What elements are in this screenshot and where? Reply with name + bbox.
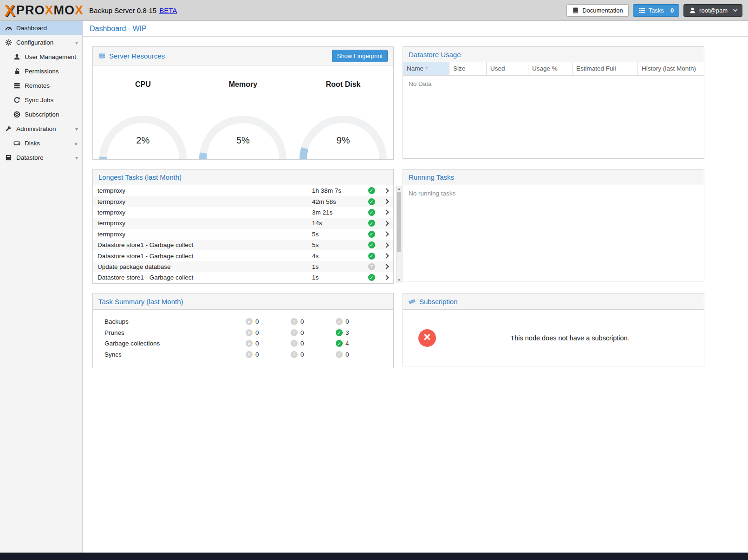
column-header-usage[interactable]: Usage %: [528, 62, 572, 75]
proxmox-logo: X PROXMOX: [5, 3, 84, 18]
task-status: ✓: [363, 209, 380, 216]
sidebar-item-label: Permissions: [25, 68, 59, 75]
scrollbar-thumb[interactable]: [397, 192, 401, 252]
user-icon: [13, 53, 21, 60]
column-header-name[interactable]: Name↑: [403, 62, 449, 75]
open-task-button[interactable]: [380, 254, 393, 258]
summary-error-count: 0: [255, 329, 259, 336]
show-fingerprint-button[interactable]: Show Fingerprint: [332, 50, 388, 62]
summary-ok-cell: ✓0: [336, 351, 381, 358]
open-task-button[interactable]: [380, 265, 393, 268]
status-ok-icon: ✓: [368, 198, 375, 205]
task-row[interactable]: termproxy42m 58s✓: [93, 196, 393, 207]
task-name: termproxy: [93, 209, 312, 216]
summary-warning-cell: !0: [291, 340, 336, 347]
summary-ok-count: 0: [345, 351, 349, 358]
sidebar-item-permissions[interactable]: Permissions: [0, 64, 82, 78]
task-summary-title: Task Summary (last Month): [98, 298, 183, 306]
open-task-button[interactable]: [380, 243, 393, 247]
status-ok-icon: ✓: [368, 220, 375, 227]
task-duration: 4s: [312, 253, 363, 260]
sidebar: DashboardConfiguration▾User ManagementPe…: [0, 21, 83, 553]
tasks-scrollbar[interactable]: ▲ ▼: [396, 186, 402, 283]
documentation-button-label: Documentation: [582, 7, 623, 14]
summary-label: Syncs: [93, 351, 246, 358]
sidebar-item-label: Administration: [16, 125, 56, 132]
task-row[interactable]: Datastore store1 - Garbage collect5s✓: [93, 240, 393, 250]
running-tasks-title: Running Tasks: [409, 173, 454, 181]
user-menu-button[interactable]: root@pam: [683, 4, 742, 17]
open-task-button[interactable]: [380, 189, 393, 193]
open-task-button[interactable]: [380, 232, 393, 236]
sidebar-item-user-management[interactable]: User Management: [0, 50, 82, 64]
summary-warning-count: 0: [300, 318, 304, 325]
task-name: termproxy: [93, 198, 312, 205]
sidebar-item-label: Datastore: [16, 154, 44, 161]
tasks-count-badge: 0: [670, 7, 674, 14]
column-header-label: Size: [453, 65, 465, 72]
open-task-button[interactable]: [380, 221, 393, 225]
task-row[interactable]: termproxy3m 21s✓: [93, 207, 393, 218]
subscription-panel: Subscription × This node does not have a…: [403, 293, 704, 366]
beta-link[interactable]: BETA: [159, 7, 177, 14]
datastore-usage-title: Datastore Usage: [409, 51, 461, 59]
column-header-label: History (last Month): [642, 65, 696, 72]
gauge-label: CPU: [135, 80, 151, 89]
open-task-button[interactable]: [380, 200, 393, 203]
sync-icon: [13, 97, 21, 104]
tasks-button[interactable]: Tasks 0: [633, 4, 679, 17]
sidebar-item-administration[interactable]: Administration▾: [0, 122, 82, 136]
remotes-icon: [13, 82, 21, 89]
status-ok-icon: ✓: [368, 274, 375, 281]
task-row[interactable]: Update package database1s?: [93, 261, 393, 272]
scrollbar-down-icon[interactable]: ▼: [397, 278, 402, 283]
sidebar-item-remotes[interactable]: Remotes: [0, 78, 82, 93]
sidebar-item-dashboard[interactable]: Dashboard: [0, 21, 82, 35]
task-status: ✓: [363, 220, 380, 227]
column-header-used[interactable]: Used: [487, 62, 528, 75]
column-header-history-last-month[interactable]: History (last Month): [638, 62, 704, 75]
scrollbar-up-icon[interactable]: ▲: [397, 186, 402, 191]
task-duration: 1h 38m 7s: [312, 187, 363, 194]
summary-label: Prunes: [93, 329, 246, 336]
status-warning-icon: !: [291, 329, 298, 336]
sidebar-item-subscription[interactable]: Subscription: [0, 107, 82, 122]
column-header-estimated-full[interactable]: Estimated Full: [572, 62, 638, 75]
sidebar-item-configuration[interactable]: Configuration▾: [0, 35, 82, 50]
sidebar-item-label: Sync Jobs: [25, 97, 53, 104]
sidebar-item-label: Disks: [25, 140, 40, 147]
sidebar-item-datastore[interactable]: Datastore▾: [0, 150, 82, 165]
task-status: ?: [363, 263, 380, 270]
task-row[interactable]: termproxy1h 38m 7s✓: [93, 185, 393, 196]
open-task-button[interactable]: [380, 210, 393, 214]
column-header-size[interactable]: Size: [449, 62, 487, 75]
sidebar-item-sync-jobs[interactable]: Sync Jobs: [0, 93, 82, 107]
column-header-label: Used: [490, 65, 505, 72]
open-task-button[interactable]: [380, 276, 393, 280]
summary-row-backups: Backups×0!0✓0: [93, 316, 393, 327]
task-row[interactable]: termproxy14s✓: [93, 218, 393, 228]
tasks-button-label: Tasks: [649, 7, 664, 14]
task-status: ✓: [363, 241, 380, 248]
sidebar-item-label: Dashboard: [16, 25, 47, 32]
gauge-cpu: CPU2%: [93, 65, 193, 159]
status-ok-icon: ✓: [368, 187, 375, 194]
sidebar-item-disks[interactable]: Disks▸: [0, 136, 82, 150]
app-title: Backup Server 0.8-15: [89, 7, 156, 14]
gauge-memory: Memory5%: [193, 65, 293, 159]
status-ok-icon: ✓: [336, 351, 343, 358]
task-name: termproxy: [93, 187, 312, 194]
status-ok-icon: ✓: [336, 318, 343, 325]
task-row[interactable]: termproxy5s✓: [93, 229, 393, 240]
task-row[interactable]: Datastore store1 - Garbage collect1s✓: [93, 272, 393, 283]
summary-label: Garbage collections: [93, 340, 246, 347]
task-name: termproxy: [93, 220, 312, 227]
task-duration: 3m 21s: [312, 209, 363, 216]
wrench-icon: [5, 125, 13, 132]
task-duration: 14s: [312, 220, 363, 227]
documentation-button[interactable]: Documentation: [566, 4, 628, 17]
top-bar: X PROXMOX Backup Server 0.8-15 BETA Docu…: [0, 0, 748, 21]
task-row[interactable]: Datastore store1 - Garbage collect4s✓: [93, 250, 393, 261]
summary-warning-cell: !0: [291, 318, 336, 325]
datastore-usage-column-headers: Name↑SizeUsedUsage %Estimated FullHistor…: [403, 62, 704, 76]
